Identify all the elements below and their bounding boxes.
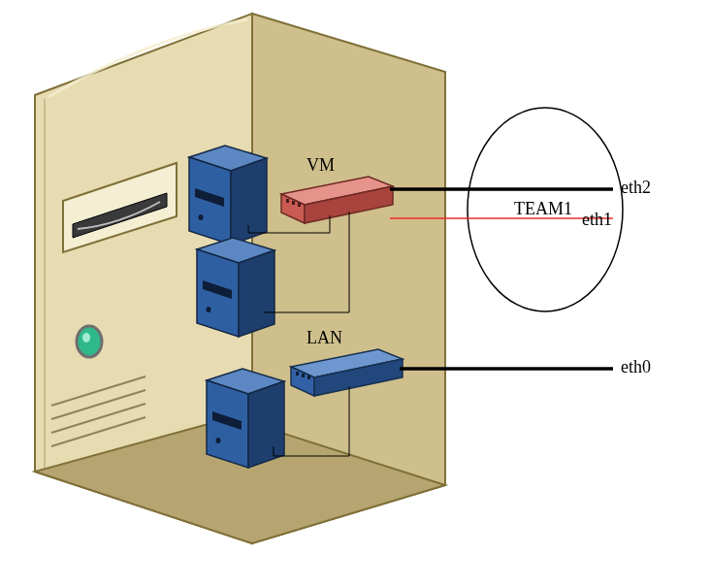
svg-point-6 bbox=[199, 214, 204, 220]
eth0-label: eth0 bbox=[621, 357, 651, 377]
vm-node-3 bbox=[207, 369, 284, 468]
power-led-icon bbox=[77, 326, 102, 357]
vm-node-1 bbox=[189, 146, 267, 245]
svg-point-1 bbox=[82, 333, 90, 343]
eth2-label: eth2 bbox=[621, 178, 651, 198]
team-label: TEAM1 bbox=[514, 199, 572, 219]
svg-rect-9 bbox=[286, 199, 289, 203]
svg-rect-14 bbox=[307, 376, 310, 379]
vm-node-2 bbox=[197, 238, 274, 337]
lan-label: LAN bbox=[307, 328, 342, 348]
svg-rect-11 bbox=[298, 203, 301, 207]
svg-rect-13 bbox=[302, 374, 305, 377]
svg-rect-10 bbox=[292, 201, 295, 205]
svg-point-0 bbox=[77, 326, 102, 357]
vm-label: VM bbox=[307, 155, 335, 176]
svg-point-7 bbox=[207, 307, 211, 312]
diagram-canvas: VM LAN TEAM1 eth2 eth1 eth0 bbox=[0, 0, 710, 588]
diagram-svg bbox=[0, 0, 710, 588]
svg-rect-12 bbox=[296, 372, 299, 376]
svg-point-8 bbox=[216, 438, 221, 443]
eth1-label: eth1 bbox=[582, 210, 612, 230]
